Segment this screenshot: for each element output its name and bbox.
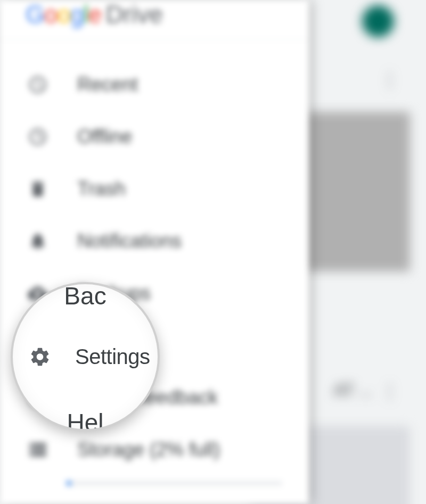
trash-icon: [28, 179, 48, 199]
product-name: Drive: [105, 0, 162, 29]
sidebar-item-label: Notifications: [77, 230, 182, 252]
drawer-header: Google Drive: [0, 0, 309, 40]
navigation-drawer: Google Drive Recent Offline Trash: [0, 0, 309, 504]
clock-icon: [28, 75, 48, 95]
sidebar-item-trash[interactable]: Trash: [0, 163, 309, 215]
storage-progress-bar: [67, 481, 282, 485]
storage-progress-fill: [67, 481, 71, 485]
kebab-menu-icon[interactable]: ⋮: [380, 69, 399, 92]
main-content-background: ⋮ AT ... ⋮: [309, 0, 426, 504]
magnified-settings-item[interactable]: Settings: [13, 340, 158, 374]
sidebar-item-offline[interactable]: Offline: [0, 111, 309, 163]
sidebar-item-label: Trash: [77, 178, 126, 200]
partial-text-below: Hel: [67, 408, 103, 431]
storage-icon: [28, 440, 48, 460]
sidebar-item-label: Offline: [77, 126, 132, 148]
bell-icon: [28, 231, 48, 251]
sidebar-item-label: Recent: [77, 73, 138, 96]
sidebar-item-storage[interactable]: Storage (2% full): [0, 424, 309, 476]
avatar[interactable]: [362, 5, 394, 37]
app-logo: Google Drive: [26, 0, 309, 29]
sidebar-item-recent[interactable]: Recent: [0, 59, 309, 111]
offline-icon: [28, 127, 48, 147]
magnified-settings-label: Settings: [75, 345, 150, 369]
kebab-menu-icon[interactable]: ⋮: [380, 381, 399, 403]
file-name-label: AT ...: [334, 381, 373, 400]
partial-text-above: Bac: [64, 282, 106, 310]
magnifier-lens: Bac Settings Hel: [11, 282, 160, 431]
gear-icon: [29, 345, 51, 368]
google-logo: Google: [26, 0, 101, 29]
sidebar-item-label: Storage (2% full): [77, 439, 220, 461]
sidebar-item-notifications[interactable]: Notifications: [0, 215, 309, 267]
